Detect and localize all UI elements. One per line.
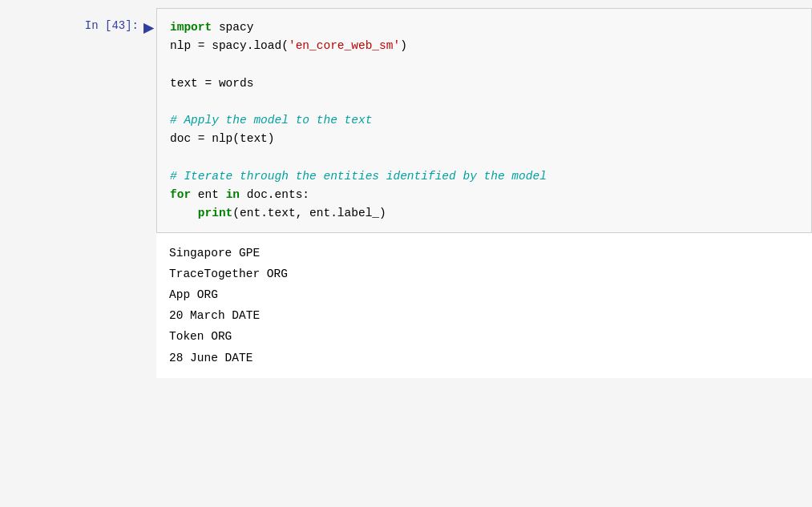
blank-line-1 [170, 55, 798, 74]
plain-ent: ent [191, 188, 226, 201]
plain-paren: ) [400, 39, 407, 52]
run-button[interactable]: ▶ [143, 20, 153, 35]
plain-doc-ents: doc.ents: [240, 188, 309, 201]
code-line-1: import spacy [170, 18, 798, 37]
keyword-import: import [170, 21, 212, 34]
keyword-for: for [170, 188, 191, 201]
code-area[interactable]: import spacy nlp = spacy.load('en_core_w… [156, 8, 812, 233]
plain-text: spacy [212, 21, 253, 34]
plain-doc: doc = nlp(text) [170, 132, 275, 145]
cell-content: import spacy nlp = spacy.load('en_core_w… [156, 8, 812, 378]
output-line-4: 20 March DATE [169, 305, 799, 326]
cell-gutter: In [43]: ▶ [0, 8, 156, 42]
comment-iterate: # Iterate through the entities identifie… [170, 170, 547, 183]
keyword-in: in [226, 188, 240, 201]
code-line-2: nlp = spacy.load('en_core_web_sm') [170, 37, 798, 55]
string-model: 'en_core_web_sm' [289, 39, 400, 52]
code-line-4: text = words [170, 74, 798, 93]
blank-line-3 [170, 148, 798, 167]
output-line-6: 28 June DATE [169, 348, 799, 368]
code-line-9: # Iterate through the entities identifie… [170, 167, 798, 186]
code-line-11: print(ent.text, ent.label_) [170, 204, 798, 223]
output-line-1: Singapore GPE [169, 243, 799, 264]
output-line-3: App ORG [169, 284, 799, 305]
plain-indent [170, 207, 198, 219]
plain-print-args: (ent.text, ent.label_) [232, 207, 386, 219]
cell-label: In [43]: [85, 19, 139, 32]
code-line-6: # Apply the model to the text [170, 111, 798, 130]
blank-line-2 [170, 93, 798, 111]
output-line-2: TraceTogether ORG [169, 264, 799, 284]
code-line-10: for ent in doc.ents: [170, 186, 798, 204]
notebook-cell: In [43]: ▶ import spacy nlp = spacy.load… [0, 8, 812, 378]
plain-text-assign: text = words [170, 77, 253, 90]
plain-nlp: nlp = spacy.load( [170, 39, 289, 52]
output-line-5: Token ORG [169, 326, 799, 347]
output-area: Singapore GPE TraceTogether ORG App ORG … [156, 233, 812, 378]
comment-apply: # Apply the model to the text [170, 114, 372, 127]
code-line-7: doc = nlp(text) [170, 130, 798, 148]
keyword-print: print [198, 207, 233, 219]
